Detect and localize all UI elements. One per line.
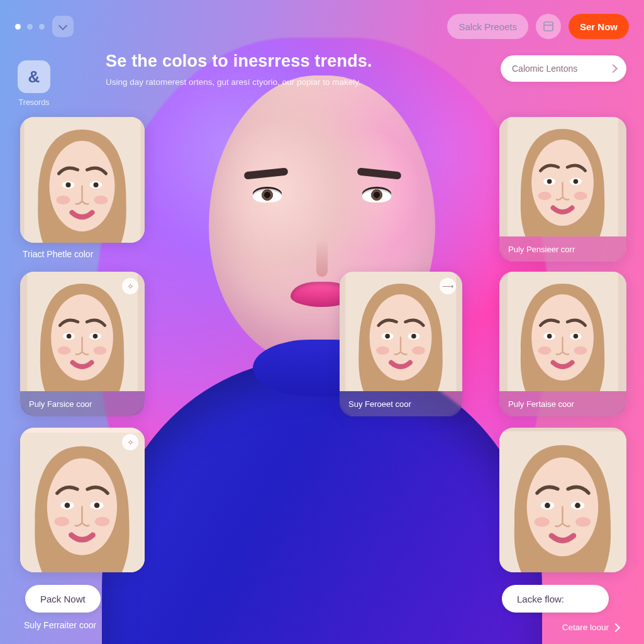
favorite-icon[interactable]: ✧ — [122, 434, 138, 450]
grid-icon — [543, 21, 553, 31]
svg-rect-0 — [544, 22, 553, 31]
grid-icon-button[interactable] — [536, 14, 561, 39]
chevron-down-icon — [58, 21, 67, 30]
preset-card[interactable]: ✧ — [20, 428, 145, 572]
chevron-right-icon — [609, 64, 618, 73]
preset-card-label: Suly Ferraiter coor — [24, 620, 96, 630]
lens-dropdown[interactable]: Calomic Lentons — [501, 55, 626, 82]
preset-card[interactable]: Puly Pensieer corr — [499, 117, 626, 262]
preset-card-label: Puly Fertaise coor — [499, 391, 626, 416]
create-look-link[interactable]: Cetare loour — [562, 623, 619, 632]
trends-rail-label: Tresords — [19, 98, 50, 107]
primary-cta-button[interactable]: Ser Now — [569, 14, 629, 39]
chevron-right-icon — [611, 623, 620, 631]
presets-button[interactable]: Salck Preoets — [447, 14, 528, 39]
trends-rail-button[interactable]: & — [18, 60, 50, 93]
create-look-label: Cetare loour — [562, 623, 609, 632]
preset-card[interactable]: Puly Fertaise coor — [499, 272, 626, 416]
lacke-flow-button[interactable]: Lacke flow: — [502, 585, 609, 613]
preset-card[interactable] — [499, 428, 626, 572]
lens-dropdown-label: Calomic Lentons — [512, 64, 577, 74]
preset-card[interactable] — [20, 117, 145, 243]
preset-card-label: Suy Feroeet coor — [340, 391, 462, 416]
preset-card[interactable]: ⟶ Suy Feroeet coor — [340, 272, 462, 416]
pack-now-button[interactable]: Pack Nowt — [25, 585, 101, 613]
preset-card[interactable]: ✧ Puly Farsice coor — [20, 272, 145, 416]
ampersand-icon: & — [28, 67, 40, 87]
page-title: Se the colos to inesrress trends. — [106, 52, 372, 71]
dropdown-toggle[interactable] — [52, 16, 74, 37]
preset-card-label: Puly Farsice coor — [20, 391, 145, 416]
preset-card-label: Puly Pensieer corr — [499, 236, 626, 262]
carousel-dots[interactable] — [15, 24, 45, 30]
favorite-icon[interactable]: ✧ — [122, 278, 138, 294]
page-subtitle: Using day ratomerest ortens, gut aresí c… — [106, 77, 372, 87]
preset-card-label: Triact Phetle color — [23, 249, 93, 259]
link-icon[interactable]: ⟶ — [440, 278, 456, 294]
